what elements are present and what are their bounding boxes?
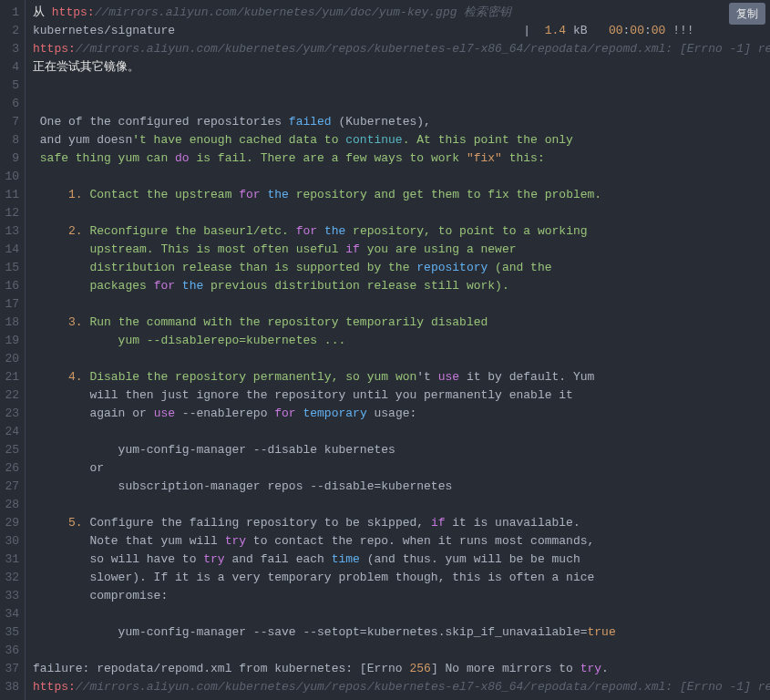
code-token: use bbox=[438, 370, 459, 384]
code-line: 1. Contact the upstream for the reposito… bbox=[33, 186, 770, 204]
line-number: 1 bbox=[0, 4, 19, 22]
code-line: kubernetes/signature | 1.4 kB 00:00:00 !… bbox=[33, 22, 770, 40]
code-token bbox=[33, 188, 68, 201]
code-line: compromise: bbox=[33, 587, 770, 605]
code-token: and yum doesn bbox=[33, 133, 132, 147]
code-token: try bbox=[225, 534, 246, 548]
code-line: 4. Disable the repository permanently, s… bbox=[33, 368, 770, 386]
code-line: yum --disablerepo=kubernetes ... bbox=[33, 332, 770, 350]
code-token: yum --disablerepo=kubernetes ... bbox=[33, 334, 345, 347]
code-token: usage: bbox=[367, 407, 417, 420]
code-token: ] No more mirrors to bbox=[431, 662, 580, 675]
code-token: Note that yum will bbox=[33, 534, 225, 548]
code-token bbox=[175, 279, 182, 293]
code-token: 256 bbox=[409, 662, 430, 675]
code-token: compromise: bbox=[33, 589, 168, 602]
code-token: to contact the repo. when it runs most c… bbox=[246, 534, 594, 548]
code-token: try bbox=[203, 552, 224, 566]
code-line: upstream. This is most often useful if y… bbox=[33, 241, 770, 259]
code-token bbox=[33, 516, 68, 530]
code-line bbox=[33, 350, 770, 368]
code-block: 1234567891011121314151617181920212223242… bbox=[0, 0, 770, 700]
code-token: 't have enough cached data to bbox=[132, 133, 345, 147]
code-token: 00 bbox=[652, 24, 666, 37]
code-token: Configure the failing repository to be s… bbox=[83, 516, 431, 530]
line-number: 2 bbox=[0, 22, 19, 40]
code-token bbox=[33, 315, 68, 329]
code-token: repository and get them to fix the probl… bbox=[289, 188, 601, 201]
code-token: "fix" bbox=[467, 151, 502, 165]
code-token: continue bbox=[345, 133, 402, 147]
code-token: temporary bbox=[303, 407, 366, 420]
code-content[interactable]: 从 https://mirrors.aliyun.com/kubernetes/… bbox=[26, 0, 770, 700]
line-number: 34 bbox=[0, 605, 19, 623]
code-line bbox=[33, 95, 770, 113]
code-line: yum-config-manager --disable kubernetes bbox=[33, 441, 770, 459]
code-line: failure: repodata/repomd.xml from kubern… bbox=[33, 660, 770, 678]
code-token: this: bbox=[502, 151, 545, 165]
line-number: 24 bbox=[0, 423, 19, 441]
code-line bbox=[33, 204, 770, 222]
code-line: yum-config-manager --save --setopt=kuber… bbox=[33, 623, 770, 642]
line-number: 22 bbox=[0, 386, 19, 405]
line-number: 7 bbox=[0, 113, 19, 131]
code-token: for bbox=[274, 407, 295, 420]
line-number: 25 bbox=[0, 441, 19, 459]
code-token: is fail. There are a few ways to work bbox=[190, 151, 467, 165]
line-number: 9 bbox=[0, 149, 19, 168]
code-token: : bbox=[644, 24, 652, 37]
code-token: the bbox=[267, 188, 288, 201]
line-number: 23 bbox=[0, 405, 19, 423]
line-number: 3 bbox=[0, 40, 19, 58]
code-token: or bbox=[33, 461, 104, 475]
code-token: packages bbox=[33, 279, 154, 293]
code-token: Reconfigure the baseurl/etc. bbox=[83, 224, 296, 238]
line-number: 11 bbox=[0, 186, 19, 204]
line-number: 6 bbox=[0, 95, 19, 113]
line-number: 37 bbox=[0, 660, 19, 678]
code-token: 4. bbox=[68, 370, 83, 384]
code-line: or bbox=[33, 459, 770, 478]
code-line: 3. Run the command with the repository t… bbox=[33, 314, 770, 332]
code-token: kB bbox=[566, 24, 609, 37]
line-number: 5 bbox=[0, 77, 19, 95]
code-token: 1. bbox=[68, 188, 83, 201]
code-line: slower). If it is a very temporary probl… bbox=[33, 569, 770, 587]
code-token: for bbox=[239, 188, 260, 201]
code-token: it by default. Yum bbox=[459, 370, 594, 384]
code-token: 3. bbox=[68, 315, 83, 329]
code-token: use bbox=[154, 407, 175, 420]
code-token: 00 bbox=[630, 24, 644, 37]
code-token: https: bbox=[33, 42, 76, 56]
line-number: 18 bbox=[0, 314, 19, 332]
code-line: and yum doesn't have enough cached data … bbox=[33, 131, 770, 149]
line-number: 32 bbox=[0, 569, 19, 587]
code-line bbox=[33, 605, 770, 623]
code-token: again or bbox=[33, 407, 154, 420]
code-token: do bbox=[175, 151, 190, 165]
code-line: 正在尝试其它镜像。 bbox=[33, 58, 770, 77]
code-token: . bbox=[601, 662, 609, 675]
code-token: 5. bbox=[68, 516, 83, 530]
code-token bbox=[317, 224, 324, 238]
code-token: the bbox=[324, 224, 345, 238]
code-line bbox=[33, 77, 770, 95]
code-token: repository, to point to a working bbox=[345, 224, 587, 238]
code-token bbox=[33, 370, 68, 384]
line-number: 17 bbox=[0, 295, 19, 314]
code-token: !!! bbox=[665, 24, 693, 37]
line-number: 27 bbox=[0, 478, 19, 496]
code-token: it is unavailable. bbox=[446, 516, 580, 530]
code-token: https: bbox=[52, 5, 95, 19]
code-line: 5. Configure the failing repository to b… bbox=[33, 514, 770, 532]
line-number: 15 bbox=[0, 259, 19, 277]
code-line bbox=[33, 295, 770, 314]
line-number-gutter: 1234567891011121314151617181920212223242… bbox=[0, 0, 26, 700]
code-token: Contact the upstream bbox=[83, 188, 240, 201]
line-number: 19 bbox=[0, 332, 19, 350]
code-token: for bbox=[154, 279, 175, 293]
line-number: 31 bbox=[0, 551, 19, 569]
code-token: you are using a newer bbox=[360, 242, 517, 256]
code-token: (and the bbox=[488, 261, 551, 274]
line-number: 4 bbox=[0, 58, 19, 77]
